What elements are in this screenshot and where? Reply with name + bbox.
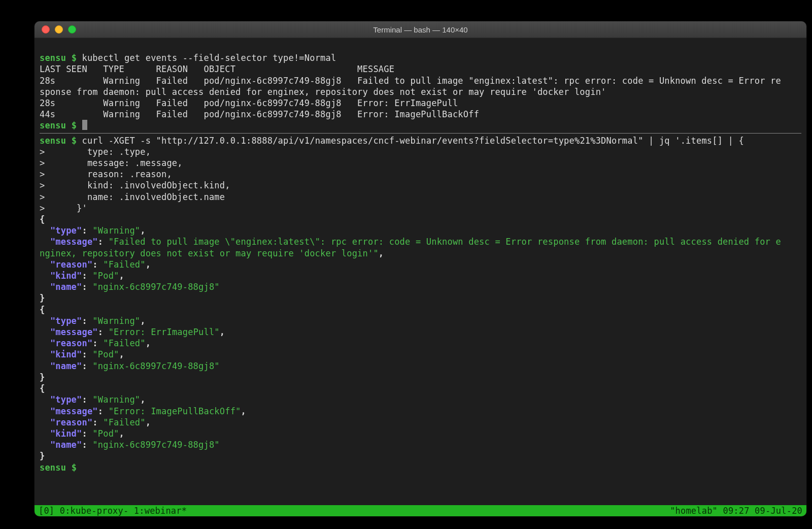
table-row: 28s Warning Failed pod/nginx-6c8997c749-… xyxy=(40,76,781,86)
json-comma: , xyxy=(241,406,246,416)
json-key: "message" xyxy=(50,237,98,247)
json-comma: , xyxy=(140,394,145,405)
json-comma: , xyxy=(220,327,225,337)
table-row: 28s Warning Failed pod/nginx-6c8997c749-… xyxy=(40,98,458,108)
command-line: kubectl get events --field-selector type… xyxy=(82,53,336,63)
tmux-status-left: [0] 0:kube-proxy- 1:webinar* xyxy=(39,505,187,516)
json-brace: } xyxy=(40,372,45,382)
json-key: "reason" xyxy=(50,259,92,270)
json-colon: : xyxy=(92,417,103,427)
json-key: "name" xyxy=(50,282,82,292)
json-brace: { xyxy=(40,383,45,393)
json-key: "reason" xyxy=(50,417,92,427)
json-value: "Failed" xyxy=(103,259,145,270)
command-continuation: > }' xyxy=(40,203,87,213)
json-colon: : xyxy=(98,406,109,416)
json-colon: : xyxy=(82,225,92,236)
json-colon: : xyxy=(82,271,92,281)
json-value: "nginx-6c8997c749-88gj8" xyxy=(92,440,219,450)
table-row: 44s Warning Failed pod/nginx-6c8997c749-… xyxy=(40,109,479,119)
json-key: "message" xyxy=(50,327,98,337)
json-brace: } xyxy=(40,293,45,303)
tmux-pane-divider xyxy=(40,133,801,134)
json-key: "kind" xyxy=(50,271,82,281)
json-key: "name" xyxy=(50,440,82,450)
json-colon: : xyxy=(82,316,92,326)
json-value: "nginx-6c8997c749-88gj8" xyxy=(92,361,219,371)
prompt-dollar: $ xyxy=(72,136,77,146)
prompt: sensu xyxy=(40,120,66,130)
json-brace: } xyxy=(40,451,45,461)
json-value: "Failed to pull image \"enginex:latest\"… xyxy=(109,237,781,247)
command-continuation: > message: .message, xyxy=(40,158,183,168)
titlebar: Terminal — bash — 140×40 xyxy=(35,21,806,38)
json-key: "message" xyxy=(50,406,98,416)
prompt: sensu xyxy=(40,136,66,146)
json-brace: { xyxy=(40,305,45,315)
json-comma: , xyxy=(119,349,124,359)
json-value: "Warning" xyxy=(92,394,140,405)
json-value: "Failed" xyxy=(103,417,145,427)
json-key: "name" xyxy=(50,361,82,371)
json-value: "Warning" xyxy=(92,316,140,326)
json-comma: , xyxy=(146,259,151,270)
json-colon: : xyxy=(82,394,92,405)
json-value: "Pod" xyxy=(92,428,119,439)
json-value: "Warning" xyxy=(92,225,140,236)
command-continuation: > reason: .reason, xyxy=(40,169,172,179)
json-comma: , xyxy=(140,225,145,236)
json-colon: : xyxy=(98,327,109,337)
json-value: "Pod" xyxy=(92,349,119,359)
json-colon: : xyxy=(82,428,92,439)
command-continuation: > name: .involvedObject.name xyxy=(40,192,225,202)
json-key: "kind" xyxy=(50,428,82,439)
json-comma: , xyxy=(146,338,151,348)
close-button[interactable] xyxy=(42,25,50,34)
json-colon: : xyxy=(92,259,103,270)
prompt: sensu xyxy=(40,462,66,473)
json-comma: , xyxy=(379,248,384,258)
terminal-body[interactable]: sensu $ kubectl get events --field-selec… xyxy=(35,38,806,516)
json-colon: : xyxy=(98,237,109,247)
command-line: curl -XGET -s "http://127.0.0.1:8888/api… xyxy=(82,136,744,146)
json-key: "reason" xyxy=(50,338,92,348)
json-key: "kind" xyxy=(50,349,82,359)
traffic-lights xyxy=(35,25,76,34)
json-comma: , xyxy=(119,271,124,281)
prompt-dollar: $ xyxy=(72,120,77,130)
tmux-status-right: "homelab" 09:27 09-Jul-20 xyxy=(670,505,802,516)
window-title: Terminal — bash — 140×40 xyxy=(35,25,806,34)
json-colon: : xyxy=(82,440,92,450)
terminal-window: Terminal — bash — 140×40 sensu $ kubectl… xyxy=(35,21,806,516)
json-colon: : xyxy=(82,282,92,292)
minimize-button[interactable] xyxy=(55,25,63,34)
zoom-button[interactable] xyxy=(68,25,76,34)
prompt-dollar: $ xyxy=(72,53,77,63)
json-value: "nginx-6c8997c749-88gj8" xyxy=(92,282,219,292)
cursor xyxy=(82,120,87,130)
json-key: "type" xyxy=(50,394,82,405)
json-comma: , xyxy=(119,428,124,439)
json-comma: , xyxy=(140,316,145,326)
json-comma: , xyxy=(146,417,151,427)
table-row: sponse from daemon: pull access denied f… xyxy=(40,87,606,97)
command-continuation: > kind: .involvedObject.kind, xyxy=(40,180,230,190)
json-brace: { xyxy=(40,214,45,224)
json-key: "type" xyxy=(50,316,82,326)
command-continuation: > type: .type, xyxy=(40,147,151,157)
json-colon: : xyxy=(82,349,92,359)
json-colon: : xyxy=(92,338,103,348)
prompt: sensu xyxy=(40,53,66,63)
table-header: LAST SEEN TYPE REASON OBJECT MESSAGE xyxy=(40,64,394,74)
tmux-status-bar: [0] 0:kube-proxy- 1:webinar* "homelab" 0… xyxy=(35,505,806,516)
json-key: "type" xyxy=(50,225,82,236)
prompt-dollar: $ xyxy=(72,462,77,473)
json-value: "Failed" xyxy=(103,338,145,348)
json-value: "Error: ErrImagePull" xyxy=(109,327,220,337)
json-value: nginex, repository does not exist or may… xyxy=(40,248,379,258)
json-value: "Error: ImagePullBackOff" xyxy=(109,406,241,416)
json-colon: : xyxy=(82,361,92,371)
json-value: "Pod" xyxy=(92,271,119,281)
